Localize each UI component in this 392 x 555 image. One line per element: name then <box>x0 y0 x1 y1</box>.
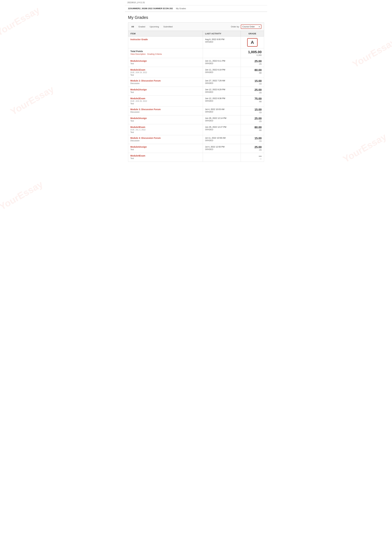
filter-tab-submitted[interactable]: Submitted <box>163 25 173 28</box>
table-row: Module2Exam DUE: JUN 26, 2022 Test Jun 1… <box>128 95 264 107</box>
total-grade-max: /1,000 <box>243 54 262 56</box>
item-type: Discussion <box>130 111 200 113</box>
total-points-grade-cell: 1,005.00 /1,000 <box>241 48 264 58</box>
item-cell: Module 2: Discussion Forum Discussion <box>128 78 203 87</box>
activity-status: GRADED <box>205 111 239 113</box>
letter-grade: A <box>247 38 258 47</box>
item-type: Test <box>130 91 200 93</box>
activity-cell: Jun 11, 2022 6:11 PM GRADED <box>203 58 241 67</box>
grade-value: 75.00 <box>243 97 262 101</box>
grade-cell: 25.00 /25 <box>241 87 264 95</box>
grade-value: 80.00 <box>243 68 262 72</box>
table-row: Module1Assign Test Jun 11, 2022 6:11 PM … <box>128 58 264 67</box>
instructor-grade-status: GRADED <box>205 41 239 43</box>
item-cell: Module2Exam DUE: JUN 26, 2022 Test <box>128 95 203 107</box>
grade-max: /25 <box>243 120 262 123</box>
table-row: Module1Exam DUE: JUN 19, 2022 Test Jun 1… <box>128 67 264 78</box>
activity-text: Jun 27, 2022 7:29 AM <box>205 80 239 82</box>
item-cell: Module3Exam DUE: JUL 3, 2022 Test <box>128 124 203 135</box>
instructor-grade-activity: Aug 8, 2022 6:00 PM GRADED <box>203 37 241 48</box>
item-name[interactable]: Module2Exam <box>130 97 200 100</box>
grade-cell: 15.00 /15 <box>241 135 264 144</box>
grade-max: /80 <box>243 72 262 74</box>
item-due: DUE: JUL 3, 2022 <box>130 129 200 131</box>
activity-status: GRADED <box>205 100 239 102</box>
item-cell: Module3Assign Test <box>128 115 203 124</box>
activity-text: Jun 26, 2022 12:27 PM <box>205 126 239 128</box>
item-type: Test <box>130 74 200 76</box>
item-name[interactable]: Module 2: Discussion Forum <box>130 80 200 82</box>
top-bar: 2022/8/10 上午11:31 <box>125 0 267 5</box>
item-name[interactable]: Module3Exam <box>130 126 200 128</box>
total-points-item-cell: Total Points View Description Grading Cr… <box>128 48 203 58</box>
breadcrumb-course[interactable]: 22SUMMER2_50288 2022 SUMMER ECON 202 <box>128 7 173 10</box>
breadcrumb: 22SUMMER2_50288 2022 SUMMER ECON 202 My … <box>125 5 267 12</box>
activity-cell: Jun 12, 2022 8:29 PM GRADED <box>203 87 241 95</box>
grade-max: /15 <box>243 111 262 114</box>
item-type: Test <box>130 148 200 151</box>
activity-status: GRADED <box>205 148 239 151</box>
table-row: Module2Assign Test Jun 12, 2022 8:29 PM … <box>128 87 264 95</box>
item-due: DUE: JUN 26, 2022 <box>130 100 200 102</box>
activity-cell: Jul 4, 2022 10:03 AM GRADED <box>203 107 241 115</box>
item-cell: Module1Assign Test <box>128 58 203 67</box>
grade-value: 80.00 <box>243 126 262 129</box>
grade-cell: 15.00 /15 <box>241 107 264 115</box>
grade-cell: 25.00 /25 <box>241 115 264 124</box>
activity-text: Jun 26, 2022 12:14 PM <box>205 117 239 119</box>
instructor-grade-row: Instructor Grade Aug 8, 2022 6:00 PM GRA… <box>128 37 264 48</box>
col-header-grade: GRADE <box>241 31 264 37</box>
activity-cell: Jul 11, 2022 10:58 AM GRADED <box>203 135 241 144</box>
grade-value: 25.00 <box>243 60 262 63</box>
table-row: Module4Exam Test — — <box>128 153 264 162</box>
item-type: Test <box>130 102 200 105</box>
activity-cell: Jun 12, 2022 8:38 PM GRADED <box>203 95 241 107</box>
grade-value: 25.00 <box>243 146 262 149</box>
item-name[interactable]: Module4Assign <box>130 146 200 148</box>
activity-text: Jun 11, 2022 6:19 PM <box>205 68 239 71</box>
item-type: Discussion <box>130 82 200 85</box>
item-name[interactable]: Module3Assign <box>130 117 200 119</box>
activity-status: GRADED <box>205 71 239 73</box>
grade-max: /25 <box>243 92 262 94</box>
grade-max: /15 <box>243 140 262 142</box>
item-name[interactable]: Module 4: Discussion Forum <box>130 137 200 139</box>
item-name[interactable]: Module 3: Discussion Forum <box>130 108 200 111</box>
instructor-grade-name[interactable]: Instructor Grade <box>130 38 200 41</box>
grade-cell: 25.00 /25 <box>241 58 264 67</box>
activity-text: Jul 11, 2022 10:58 AM <box>205 137 239 139</box>
item-name[interactable]: Module1Exam <box>130 68 200 71</box>
activity-cell: Jun 27, 2022 7:29 AM GRADED <box>203 78 241 87</box>
activity-status: GRADED <box>205 82 239 84</box>
grade-max: /80 <box>243 101 262 103</box>
item-cell: Module 4: Discussion Forum Discussion <box>128 135 203 144</box>
view-description-link[interactable]: View Description <box>130 53 146 55</box>
item-name[interactable]: Module1Assign <box>130 60 200 62</box>
total-points-links: View Description Grading Criteria <box>130 53 200 55</box>
item-name[interactable]: Module2Assign <box>130 88 200 91</box>
breadcrumb-page: My Grades <box>176 7 186 10</box>
filter-tab-all[interactable]: All <box>131 25 135 28</box>
total-points-label: Total Points <box>130 50 200 52</box>
grading-criteria-link[interactable]: Grading Criteria <box>147 53 162 55</box>
activity-status: GRADED <box>205 139 239 142</box>
instructor-grade-activity-text: Aug 8, 2022 6:00 PM <box>205 38 239 41</box>
item-name[interactable]: Module4Exam <box>130 154 200 157</box>
order-by-select[interactable]: Course Order Due Date Grade <box>241 24 261 29</box>
table-row: Module 2: Discussion Forum Discussion Ju… <box>128 78 264 87</box>
filter-tab-graded[interactable]: Graded <box>138 25 146 28</box>
order-by-select-wrapper[interactable]: Course Order Due Date Grade <box>241 24 261 29</box>
activity-status: GRADED <box>205 129 239 131</box>
item-cell: Module2Assign Test <box>128 87 203 95</box>
grade-cell: 80.00 /80 <box>241 67 264 78</box>
table-row: Module 4: Discussion Forum Discussion Ju… <box>128 135 264 144</box>
filter-tab-upcoming[interactable]: Upcoming <box>149 25 160 28</box>
total-points-row: Total Points View Description Grading Cr… <box>128 48 264 58</box>
table-row: Module 3: Discussion Forum Discussion Ju… <box>128 107 264 115</box>
activity-status: GRADED <box>205 62 239 65</box>
item-cell: Module 3: Discussion Forum Discussion <box>128 107 203 115</box>
grade-cell: 15.00 /15 <box>241 78 264 87</box>
order-by-label: Order by: <box>231 25 239 28</box>
grade-max: /25 <box>243 63 262 65</box>
item-cell: Module4Exam Test <box>128 153 203 162</box>
